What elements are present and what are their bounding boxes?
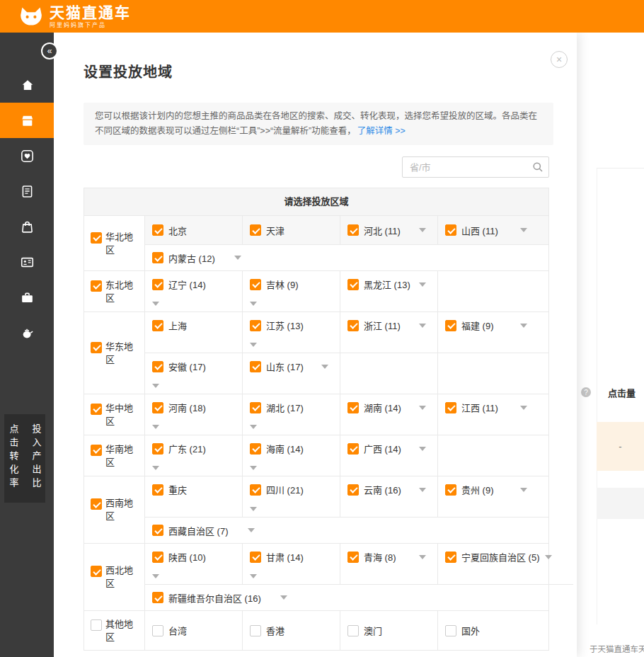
province-cell[interactable]: 河南 (18) — [145, 394, 243, 435]
province-cell[interactable]: 云南 (16) — [340, 476, 438, 517]
province-cell[interactable]: 广西 (14) — [340, 435, 438, 476]
province-checkbox[interactable] — [445, 402, 456, 413]
province-checkbox[interactable] — [347, 279, 359, 290]
province-search-input[interactable] — [402, 156, 549, 178]
province-cell[interactable]: 天津 — [243, 216, 340, 244]
province-cell[interactable]: 国外 — [438, 611, 548, 650]
province-cell[interactable]: 湖北 (17) — [243, 394, 340, 435]
dropdown-arrow-icon[interactable] — [520, 406, 527, 410]
region-cell[interactable]: 西北地区 — [84, 544, 145, 610]
dropdown-arrow-icon[interactable] — [419, 555, 426, 559]
region-checkbox[interactable] — [91, 619, 102, 631]
province-cell[interactable]: 贵州 (9) — [438, 476, 548, 517]
footer-link[interactable]: 于天猫直通车 — [590, 643, 638, 654]
province-checkbox[interactable] — [152, 402, 163, 413]
province-cell[interactable]: 重庆 — [145, 476, 243, 517]
province-checkbox[interactable] — [347, 484, 359, 496]
dropdown-arrow-icon[interactable] — [419, 447, 426, 451]
dropdown-arrow-icon[interactable] — [419, 228, 426, 232]
dropdown-arrow-icon[interactable] — [250, 302, 257, 306]
province-checkbox[interactable] — [347, 402, 359, 413]
province-checkbox[interactable] — [250, 320, 261, 331]
province-checkbox[interactable] — [445, 552, 456, 563]
province-cell[interactable]: 北京 — [145, 216, 243, 244]
search-icon[interactable] — [532, 161, 544, 173]
province-checkbox[interactable] — [445, 224, 456, 236]
province-cell[interactable]: 湖南 (14) — [340, 394, 438, 435]
region-cell[interactable]: 华东地区 — [84, 312, 145, 394]
province-cell[interactable]: 安徽 (17) — [145, 353, 243, 394]
help-icon[interactable]: ? — [581, 387, 591, 397]
region-cell[interactable]: 其他地区 — [84, 611, 145, 650]
province-cell[interactable]: 陕西 (10) — [145, 544, 243, 584]
dropdown-arrow-icon[interactable] — [419, 324, 426, 328]
province-cell[interactable]: 吉林 (9) — [243, 271, 340, 312]
province-checkbox[interactable] — [152, 224, 163, 236]
province-checkbox[interactable] — [250, 625, 261, 636]
dropdown-arrow-icon[interactable] — [250, 507, 257, 511]
province-cell[interactable]: 福建 (9) — [438, 312, 548, 353]
province-cell[interactable]: 广东 (21) — [145, 435, 243, 476]
sidebar-item-teapot[interactable] — [0, 315, 54, 350]
province-cell[interactable]: 内蒙古 (12) — [145, 245, 548, 270]
sidebar-item-shop[interactable] — [0, 103, 54, 138]
region-checkbox[interactable] — [91, 342, 102, 353]
province-checkbox[interactable] — [250, 361, 261, 372]
province-cell[interactable]: 上海 — [145, 312, 243, 353]
dropdown-arrow-icon[interactable] — [419, 488, 426, 492]
province-cell[interactable]: 浙江 (11) — [340, 312, 438, 353]
province-cell[interactable]: 新疆维吾尔自治区 (16) — [145, 585, 573, 610]
province-cell[interactable]: 澳门 — [340, 611, 438, 650]
province-checkbox[interactable] — [250, 443, 261, 455]
dropdown-arrow-icon[interactable] — [152, 384, 159, 388]
province-cell[interactable]: 青海 (8) — [340, 544, 438, 584]
province-checkbox[interactable] — [152, 361, 163, 372]
province-checkbox[interactable] — [152, 320, 163, 331]
region-cell[interactable]: 华北地区 — [84, 216, 145, 270]
region-checkbox[interactable] — [91, 404, 102, 415]
learn-more-link[interactable]: 了解详情 >> — [357, 126, 406, 136]
sidebar-item-heart[interactable] — [0, 138, 54, 173]
region-cell[interactable]: 东北地区 — [84, 271, 145, 312]
province-checkbox[interactable] — [152, 525, 163, 536]
dropdown-arrow-icon[interactable] — [152, 425, 159, 429]
region-checkbox[interactable] — [91, 280, 102, 292]
dropdown-arrow-icon[interactable] — [520, 228, 527, 232]
footer-link[interactable]: 天 — [638, 643, 644, 654]
province-checkbox[interactable] — [445, 625, 456, 636]
province-checkbox[interactable] — [445, 484, 456, 496]
province-checkbox[interactable] — [152, 279, 163, 290]
dropdown-arrow-icon[interactable] — [152, 302, 159, 306]
dropdown-arrow-icon[interactable] — [248, 528, 255, 532]
sidebar-item-bag[interactable] — [0, 209, 54, 244]
province-cell[interactable]: 山东 (17) — [243, 353, 340, 394]
province-checkbox[interactable] — [347, 224, 359, 236]
metric-roi-label[interactable]: 投入产出比 — [30, 424, 43, 491]
province-cell[interactable]: 台湾 — [145, 611, 243, 650]
province-checkbox[interactable] — [250, 224, 261, 236]
province-checkbox[interactable] — [347, 625, 359, 636]
province-checkbox[interactable] — [152, 252, 163, 263]
dropdown-arrow-icon[interactable] — [250, 574, 257, 578]
province-checkbox[interactable] — [152, 552, 163, 563]
region-checkbox[interactable] — [91, 498, 102, 510]
province-cell[interactable]: 香港 — [243, 611, 340, 650]
province-checkbox[interactable] — [347, 320, 359, 331]
dropdown-arrow-icon[interactable] — [419, 282, 426, 287]
province-cell[interactable]: 西藏自治区 (7) — [145, 518, 548, 543]
province-cell[interactable]: 江苏 (13) — [243, 312, 340, 353]
province-cell[interactable]: 四川 (21) — [243, 476, 340, 517]
dropdown-arrow-icon[interactable] — [152, 466, 159, 470]
dropdown-arrow-icon[interactable] — [250, 425, 257, 429]
province-cell[interactable]: 海南 (14) — [243, 435, 340, 476]
metric-click-conversion-label[interactable]: 点击转化率 — [7, 424, 21, 491]
dropdown-arrow-icon[interactable] — [234, 256, 241, 260]
region-checkbox[interactable] — [91, 566, 102, 577]
province-checkbox[interactable] — [445, 320, 456, 331]
province-cell[interactable]: 河北 (11) — [340, 216, 438, 244]
province-checkbox[interactable] — [347, 443, 359, 455]
dropdown-arrow-icon[interactable] — [250, 343, 257, 347]
province-checkbox[interactable] — [250, 279, 261, 290]
dropdown-arrow-icon[interactable] — [520, 488, 527, 492]
dropdown-arrow-icon[interactable] — [321, 365, 328, 369]
